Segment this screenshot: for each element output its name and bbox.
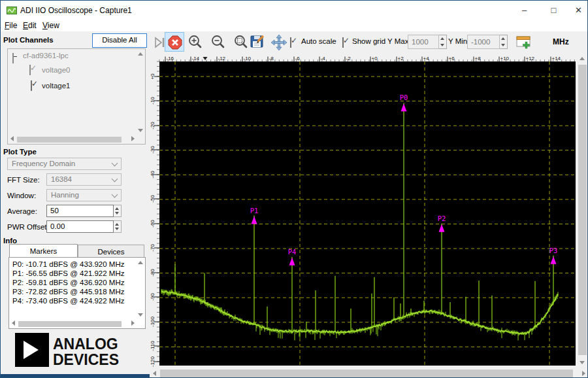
svg-text:+10: +10 — [500, 56, 510, 61]
svg-text:-110: -110 — [150, 341, 155, 351]
menu-file[interactable]: File — [5, 21, 17, 30]
menubar: File Edit View — [1, 20, 587, 31]
chevron-down-icon — [112, 160, 118, 167]
svg-text:+8: +8 — [475, 56, 482, 61]
marker-row[interactable]: P0: -10.71 dBFS @ 433.920 MHz — [12, 260, 124, 269]
menu-edit[interactable]: Edit — [23, 21, 37, 30]
marker-row[interactable]: P3: -72.82 dBFS @ 445.918 MHz — [12, 288, 124, 297]
voltage1-checkbox[interactable] — [31, 80, 32, 91]
markers-scroll-up-icon[interactable] — [138, 261, 143, 264]
y-min-label: Y Min: — [448, 37, 469, 45]
chevron-down-icon — [112, 192, 118, 198]
app-icon — [7, 5, 17, 18]
scroll-up-icon[interactable] — [580, 57, 585, 60]
pwr-offset-label: PWR Offset: — [7, 223, 49, 231]
stop-capture-button[interactable] — [165, 32, 184, 52]
menu-view[interactable]: View — [42, 21, 59, 30]
average-input[interactable]: 50 — [46, 205, 114, 217]
maximize-button[interactable]: □ — [539, 1, 568, 20]
app-window: ADI IIO Oscilloscope - Capture1 – □ ✕ Fi… — [0, 0, 588, 378]
svg-text:-30: -30 — [150, 146, 155, 154]
svg-text:+12: +12 — [526, 56, 535, 61]
svg-text:-6: -6 — [295, 56, 301, 61]
new-plot-icon[interactable] — [515, 33, 533, 54]
zoom-in-icon[interactable] — [187, 34, 204, 53]
fft-size-combo[interactable]: 16384 — [46, 173, 122, 186]
markers-hscroll-thumb[interactable] — [18, 321, 122, 327]
logo-text-devices: DEVICES — [53, 351, 119, 369]
y-min-spinner[interactable] — [500, 35, 508, 49]
svg-text:-8: -8 — [269, 56, 274, 61]
tab-markers[interactable]: Markers — [9, 244, 78, 258]
svg-text:+14: +14 — [552, 56, 561, 61]
zoom-fit-icon[interactable] — [233, 34, 250, 53]
disable-all-button[interactable]: Disable All — [92, 33, 147, 48]
plot-region: -16-14-12-10-8-6-4-2+0+2+4+6+8+10+12+14+… — [150, 54, 588, 378]
plot-hscrollbar[interactable] — [150, 368, 588, 378]
marker-row[interactable]: P4: -73.40 dBFS @ 424.922 MHz — [12, 297, 124, 306]
plot-toolbar: Auto scale Show grid Y Max: 1000 Y Min: … — [150, 31, 588, 54]
svg-text:-100: -100 — [150, 316, 155, 327]
minimize-button[interactable]: – — [510, 1, 539, 20]
svg-text:+0: +0 — [150, 73, 155, 80]
tab-devices[interactable]: Devices — [78, 245, 144, 258]
svg-text:P3: P3 — [549, 247, 558, 254]
show-grid-label: Show grid — [352, 37, 385, 45]
voltage0-label[interactable]: voltage0 — [42, 66, 70, 74]
pwr-offset-input[interactable]: 0.00 — [46, 220, 114, 233]
close-button[interactable]: ✕ — [568, 1, 588, 20]
pwr-offset-spinner[interactable] — [114, 220, 122, 233]
svg-text:-70: -70 — [150, 244, 155, 252]
svg-text:-80: -80 — [150, 269, 155, 277]
y-max-input[interactable]: 1000 — [408, 35, 439, 49]
scroll-left-icon[interactable] — [153, 371, 156, 376]
svg-text:-50: -50 — [150, 195, 155, 203]
tree-expander[interactable] — [12, 53, 14, 63]
markers-scroll-right-icon[interactable] — [131, 320, 135, 326]
tree-scroll-left-icon[interactable] — [10, 136, 14, 141]
y-max-spinner[interactable] — [439, 35, 447, 49]
svg-text:-10: -10 — [150, 97, 155, 105]
svg-text:-16: -16 — [167, 56, 174, 61]
plot-type-combo[interactable]: Frequency Domain — [7, 158, 122, 170]
titlebar: ADI IIO Oscilloscope - Capture1 – □ ✕ — [1, 1, 587, 20]
auto-scale-checkbox[interactable] — [290, 37, 291, 48]
hscroll-thumb[interactable] — [160, 369, 573, 377]
tree-hscroll-thumb[interactable] — [17, 137, 122, 143]
svg-text:+0: +0 — [372, 56, 378, 61]
fft-size-label: FFT Size: — [7, 176, 40, 184]
save-icon[interactable] — [249, 33, 266, 52]
zoom-out-icon[interactable] — [210, 34, 227, 53]
tree-scroll-right-icon[interactable] — [131, 136, 135, 141]
svg-text:-2: -2 — [346, 56, 351, 61]
markers-list: P0: -10.71 dBFS @ 433.920 MHz P1: -56.55… — [8, 257, 146, 329]
window-combo[interactable]: Hanning — [46, 189, 122, 201]
voltage0-checkbox[interactable] — [29, 65, 31, 75]
svg-text:-40: -40 — [150, 171, 155, 179]
average-label: Average: — [7, 207, 37, 215]
plot-vscrollbar[interactable] — [577, 54, 588, 367]
chevron-down-icon — [112, 176, 118, 182]
svg-text:-14: -14 — [192, 56, 200, 61]
voltage1-label[interactable]: voltage1 — [42, 82, 70, 90]
svg-text:-12: -12 — [218, 56, 226, 61]
scroll-down-icon[interactable] — [580, 361, 585, 364]
scroll-right-icon[interactable] — [582, 371, 585, 376]
marker-row[interactable]: P2: -59.81 dBFS @ 436.920 MHz — [12, 279, 124, 288]
pan-move-icon[interactable] — [270, 33, 288, 54]
vscroll-thumb[interactable] — [578, 65, 587, 355]
tree-device-label[interactable]: cf-ad9361-lpc — [23, 52, 69, 60]
svg-text:P1: P1 — [250, 207, 259, 215]
markers-scroll-down-icon[interactable] — [138, 313, 143, 317]
svg-text:-90: -90 — [150, 293, 155, 301]
plot-channels-label: Plot Channels — [3, 36, 54, 44]
average-spinner[interactable] — [114, 205, 122, 217]
y-min-input[interactable]: -1000 — [467, 35, 500, 49]
show-grid-checkbox[interactable] — [342, 37, 344, 48]
tree-scroll-down-icon[interactable] — [138, 129, 143, 132]
plot-canvas[interactable]: -16-14-12-10-8-6-4-2+0+2+4+6+8+10+12+14+… — [150, 54, 576, 370]
markers-scroll-left-icon[interactable] — [12, 320, 15, 326]
marker-row[interactable]: P1: -56.55 dBFS @ 421.922 MHz — [12, 269, 124, 279]
tree-scroll-up-icon[interactable] — [138, 52, 143, 56]
svg-text:P4: P4 — [288, 248, 297, 256]
